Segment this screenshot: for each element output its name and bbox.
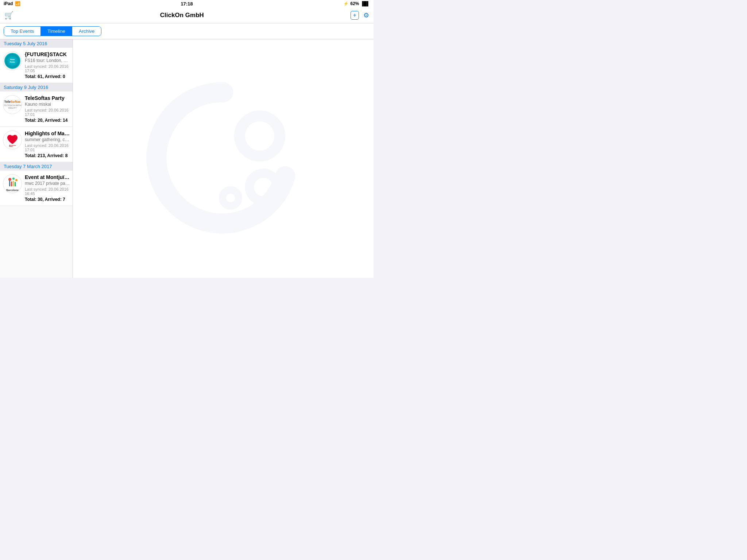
event-name: TeleSoftas Party [25,95,70,101]
event-name: Highlights of Manage... [25,131,70,136]
barcelona-text: Barcelona [6,189,19,191]
event-info-telesoftas: TeleSoftas Party Kauno miskai Last synce… [25,95,70,123]
settings-button[interactable]: ⚙ [363,11,369,19]
list-item[interactable]: American Heart Highlights of Manage... s… [0,127,73,162]
svg-point-4 [12,178,15,180]
svg-point-0 [12,136,13,138]
status-bar: iPad 📶 17:18 ⚡ 62% ▐█▌ [0,0,374,7]
svg-point-11 [249,173,277,201]
ipad-label: iPad [4,1,13,6]
event-logo-barcelona: Barcelona [3,174,22,193]
cart-icon[interactable]: 🛒 [4,11,13,20]
date-header-3: Tuesday 7 March 2017 [0,162,73,171]
new-relic-logo: New Relic [4,53,20,69]
battery-icon: ▐█▌ [360,1,370,6]
watermark-logo [147,81,300,236]
date-header-2: Saturday 9 July 2016 [0,83,73,92]
app-title: ClickOn GmbH [18,12,346,19]
event-info-aha: Highlights of Manage... summer gathering… [25,131,70,158]
bluetooth-icon: ⚡ [343,1,349,6]
svg-point-5 [15,179,18,181]
tab-archive[interactable]: Archive [72,27,101,36]
svg-rect-7 [11,182,12,186]
time-display: 17:18 [181,1,193,7]
tab-timeline[interactable]: Timeline [41,27,72,36]
svg-rect-9 [15,182,16,186]
event-total: Total: 213, Arrived: 8 [25,153,70,158]
main-layout: Tuesday 5 July 2016 New Relic {FUTURE}ST… [0,39,374,278]
event-name: Event at Montjuïc Castle [25,174,70,180]
list-item[interactable]: Barcelona Event at Montjuïc Castle mwc 2… [0,171,73,206]
app-header: 🛒 ClickOn GmbH + ⚙ [0,7,374,23]
svg-point-3 [8,178,11,181]
event-location: mwc 2017 private party at Mon... [25,181,70,186]
list-item[interactable]: New Relic {FUTURE}STACK FS16 tour: Londo… [0,48,73,83]
event-location: summer gathering, conference [25,137,70,142]
event-logo-aha: American Heart [3,131,22,149]
event-sync: Last synced: 20.06.2016 17:01 [25,143,70,152]
event-sync: Last synced: 20.06.2016 17:05 [25,64,70,73]
svg-point-12 [222,190,239,206]
svg-point-10 [240,116,280,156]
wifi-icon: 📶 [15,1,20,6]
segment-control: Top Events Timeline Archive [4,26,101,36]
event-sync: Last synced: 20.06.2016 16:45 [25,187,70,196]
list-item[interactable]: TeleSoftas TO TOUCH WITH AGILITY TeleSof… [0,92,73,127]
tab-top-events[interactable]: Top Events [4,27,41,36]
battery-percentage: 62% [350,1,359,6]
svg-text:Heart: Heart [9,145,13,147]
event-total: Total: 61, Arrived: 0 [25,74,70,79]
event-info-future-stack: {FUTURE}STACK FS16 tour: London, 155 Bis… [25,51,70,79]
tab-bar: Top Events Timeline Archive [0,23,374,39]
svg-rect-6 [9,180,10,186]
aha-logo: American Heart [5,132,20,148]
main-content-area [73,39,374,278]
event-sync: Last synced: 20.06.2016 17:01 [25,108,70,117]
telesoftas-logo: TeleSoftas TO TOUCH WITH AGILITY [3,100,22,109]
event-location: FS16 tour: London, 155 Bishop... [25,58,70,63]
event-name: {FUTURE}STACK [25,51,70,57]
event-total: Total: 30, Arrived: 7 [25,197,70,202]
event-total: Total: 20, Arrived: 14 [25,118,70,123]
event-logo-telesoftas: TeleSoftas TO TOUCH WITH AGILITY [3,95,22,114]
sidebar: Tuesday 5 July 2016 New Relic {FUTURE}ST… [0,39,73,278]
event-location: Kauno miskai [25,102,70,107]
event-logo-new-relic: New Relic [3,51,22,70]
add-button[interactable]: + [351,11,359,20]
date-header-1: Tuesday 5 July 2016 [0,39,73,48]
svg-rect-8 [13,181,14,186]
event-info-montjuic: Event at Montjuïc Castle mwc 2017 privat… [25,174,70,202]
